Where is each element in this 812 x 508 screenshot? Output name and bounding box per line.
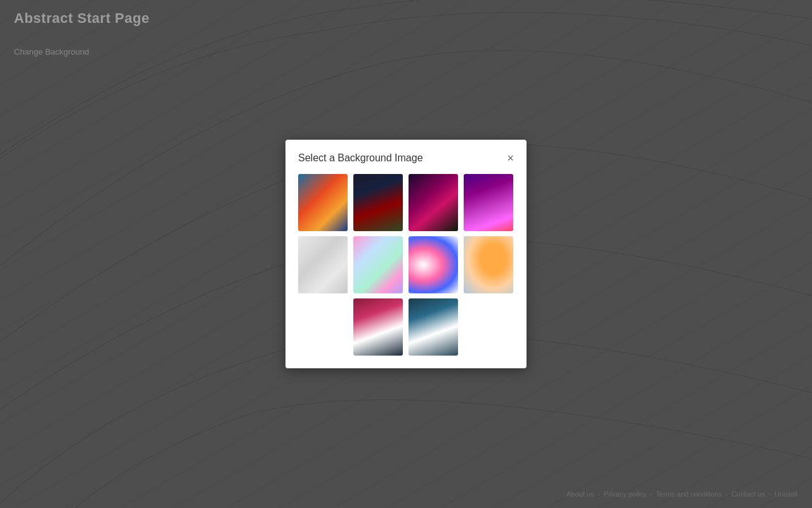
modal-close-button[interactable]: × (507, 152, 514, 164)
bg-image-8[interactable] (464, 236, 513, 293)
background-picker-modal: Select a Background Image × (285, 140, 527, 368)
bg-image-3[interactable] (409, 174, 458, 231)
modal-overlay[interactable]: Select a Background Image × (0, 0, 812, 508)
bg-image-9[interactable] (353, 298, 403, 356)
modal-title: Select a Background Image (298, 152, 423, 164)
bg-image-5[interactable] (298, 236, 348, 293)
bg-image-1[interactable] (298, 174, 348, 231)
bg-image-6[interactable] (353, 236, 403, 293)
image-grid (298, 174, 514, 356)
bg-image-4[interactable] (464, 174, 513, 231)
bg-image-2[interactable] (353, 174, 403, 231)
bg-image-10[interactable] (409, 298, 458, 356)
modal-header: Select a Background Image × (298, 152, 514, 164)
bg-image-7[interactable] (409, 236, 458, 293)
